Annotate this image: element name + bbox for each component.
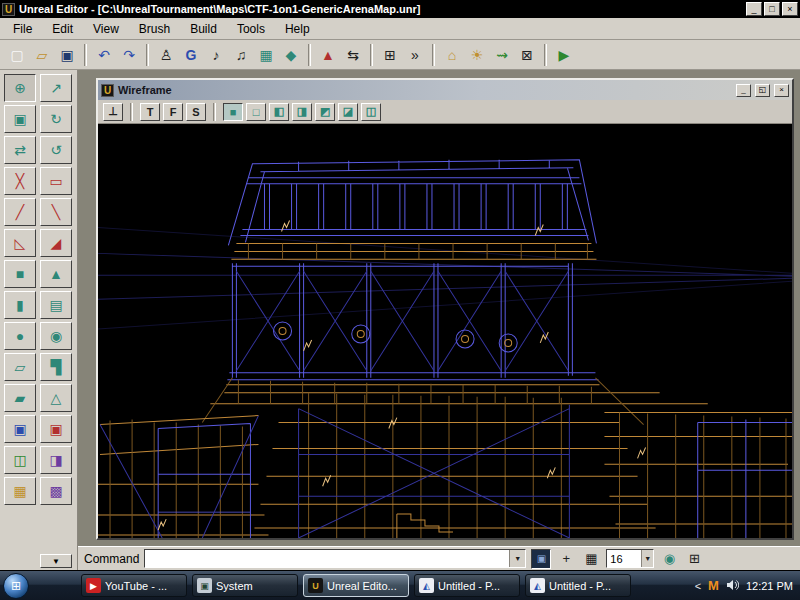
actor-control-button[interactable]: ⊥ (103, 103, 123, 121)
log-window-icon: ▣ (537, 553, 546, 564)
open-map-button[interactable]: ▱ (30, 43, 54, 67)
camera-movement-mode-button[interactable]: ⊕ (4, 74, 36, 102)
play-map-button[interactable]: ▶ (552, 43, 576, 67)
grid-size-dropdown-button[interactable]: ▼ (641, 550, 653, 567)
face-drag-tool-button[interactable]: ╲ (40, 198, 72, 226)
build-geometry-button[interactable]: ⌂ (440, 43, 464, 67)
add-actor-button[interactable]: ▲ (316, 43, 340, 67)
window-titlebar[interactable]: U Unreal Editor - [C:\UnrealTournament\M… (0, 0, 800, 18)
top-view-button[interactable]: □ (246, 103, 266, 121)
curved-stairs-brush-button[interactable]: ▜ (40, 353, 72, 381)
maximize-viewport-button[interactable]: ⊞ (684, 549, 704, 569)
taskbar-clock[interactable]: 12:21 PM (746, 580, 793, 592)
palette-scroll-down-button[interactable]: ▼ (40, 554, 72, 568)
cube-brush-button[interactable]: ■ (4, 260, 36, 288)
camera-move-button[interactable]: + (556, 549, 576, 569)
csg-intersect-button[interactable]: ◫ (4, 446, 36, 474)
mesh-browser-button[interactable]: ◆ (279, 43, 303, 67)
rotation-grid-button[interactable]: ◉ (659, 549, 679, 569)
camera-speed-button[interactable]: » (403, 43, 427, 67)
menu-view[interactable]: View (84, 20, 128, 38)
brush-rotate-mode-button[interactable]: ↻ (40, 105, 72, 133)
music-browser-button[interactable]: ♪ (204, 43, 228, 67)
menu-edit[interactable]: Edit (43, 20, 82, 38)
mirror-brush-button[interactable]: ⇆ (341, 43, 365, 67)
group-browser-button[interactable]: G (179, 43, 203, 67)
undo-button[interactable]: ↶ (92, 43, 116, 67)
messenger-tray-icon[interactable]: M (708, 578, 719, 593)
cylinder-brush-button[interactable]: ▮ (4, 291, 36, 319)
actor-class-browser-button[interactable]: ♙ (154, 43, 178, 67)
brush-scale-mode-button[interactable]: ▣ (4, 105, 36, 133)
build-all-button[interactable]: ⊠ (515, 43, 539, 67)
viewport-close-button[interactable]: × (774, 84, 789, 97)
texture-browser-button[interactable]: ▦ (254, 43, 278, 67)
taskbar-item-untitled-2[interactable]: ◭ Untitled - P... (525, 574, 631, 597)
volumetric-brush-button[interactable]: ▰ (4, 384, 36, 412)
polygon-edit-icon: ▭ (49, 173, 62, 189)
taskbar-item-untitled-1[interactable]: ◭ Untitled - P... (414, 574, 520, 597)
log-window-button[interactable]: ▣ (531, 549, 551, 569)
csg-deintersect-button[interactable]: ◨ (40, 446, 72, 474)
zone-view-button[interactable]: ◫ (361, 103, 381, 121)
redo-button[interactable]: ↷ (117, 43, 141, 67)
freehand-draw-tool-button[interactable]: ◺ (4, 229, 36, 257)
toggle-t-button[interactable]: T (140, 103, 160, 121)
csg-add-button[interactable]: ▣ (4, 415, 36, 443)
command-input[interactable] (145, 550, 509, 567)
toggle-s-button[interactable]: S (186, 103, 206, 121)
volume-icon[interactable] (726, 577, 739, 595)
taskbar-item-unreal-editor[interactable]: U Unreal Edito... (303, 574, 409, 597)
tetrahedron-brush-button[interactable]: △ (40, 384, 72, 412)
new-map-button[interactable]: ▢ (5, 43, 29, 67)
lighting-view-button[interactable]: ◪ (338, 103, 358, 121)
taskbar-item-youtube[interactable]: ▶ YouTube - ... (81, 574, 187, 597)
sound-browser-button[interactable]: ♫ (229, 43, 253, 67)
sheet-brush-button[interactable]: ▱ (4, 353, 36, 381)
vertex-snap-tool-button[interactable]: ╱ (4, 198, 36, 226)
side-view-button[interactable]: ◨ (292, 103, 312, 121)
maximize-button[interactable]: □ (764, 2, 780, 16)
viewport-restore-button[interactable]: ◱ (755, 84, 770, 97)
toggle-f-button[interactable]: F (163, 103, 183, 121)
texture-pan-mode-button[interactable]: ⇄ (4, 136, 36, 164)
build-lighting-button[interactable]: ☀ (465, 43, 489, 67)
taskbar: ⊞ ▶ YouTube - ... ▣ System U Unreal Edit… (0, 570, 800, 600)
close-button[interactable]: × (782, 2, 798, 16)
texture-rotate-mode-button[interactable]: ↺ (40, 136, 72, 164)
toolbar-separator (84, 44, 87, 66)
taskbar-item-system[interactable]: ▣ System (192, 574, 298, 597)
menu-brush[interactable]: Brush (130, 20, 179, 38)
linear-stairs-brush-button[interactable]: ▤ (40, 291, 72, 319)
drag-grid-button[interactable]: ▦ (581, 549, 601, 569)
save-map-button[interactable]: ▣ (55, 43, 79, 67)
menu-build[interactable]: Build (181, 20, 226, 38)
spiral-stairs-brush-button[interactable]: ◉ (40, 322, 72, 350)
polygon-edit-tool-button[interactable]: ▭ (40, 167, 72, 195)
command-dropdown-button[interactable]: ▼ (509, 550, 525, 567)
start-button[interactable]: ⊞ (3, 573, 29, 599)
minimize-button[interactable]: _ (746, 2, 762, 16)
cone-brush-button[interactable]: ▲ (40, 260, 72, 288)
add-special-brush-button[interactable]: ▦ (4, 477, 36, 505)
viewport-3d[interactable] (98, 124, 792, 538)
sphere-brush-button[interactable]: ● (4, 322, 36, 350)
vertex-snap-button[interactable]: ⊞ (378, 43, 402, 67)
menu-tools[interactable]: Tools (228, 20, 274, 38)
viewport-titlebar[interactable]: U Wireframe _ ◱ × (98, 80, 792, 100)
viewport-minimize-button[interactable]: _ (736, 84, 751, 97)
menu-help[interactable]: Help (276, 20, 319, 38)
perspective-view-button[interactable]: ■ (223, 103, 243, 121)
front-view-button[interactable]: ◧ (269, 103, 289, 121)
terrain-edit-tool-button[interactable]: ◢ (40, 229, 72, 257)
tray-overflow-button[interactable]: < (695, 580, 701, 592)
brush-clip-tool-button[interactable]: ╳ (4, 167, 36, 195)
add-mover-brush-button[interactable]: ▩ (40, 477, 72, 505)
grid-size-input[interactable] (607, 550, 641, 567)
build-paths-button[interactable]: ⇝ (490, 43, 514, 67)
camera-speed-icon: » (411, 47, 419, 63)
csg-subtract-button[interactable]: ▣ (40, 415, 72, 443)
menu-file[interactable]: File (4, 20, 41, 38)
vertex-editing-mode-button[interactable]: ↗ (40, 74, 72, 102)
textured-view-button[interactable]: ◩ (315, 103, 335, 121)
